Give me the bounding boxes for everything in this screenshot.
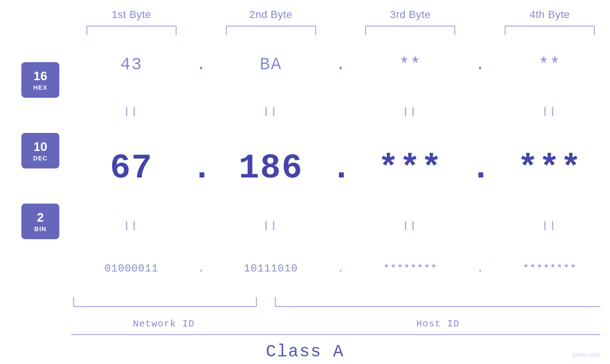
bin-dot2: . <box>331 263 350 275</box>
hex-byte4-value: ** <box>539 55 561 75</box>
bin-byte2-value: 10111010 <box>244 263 298 275</box>
hex-dot2: . <box>331 55 350 75</box>
hex-byte2-cell: BA <box>211 55 331 75</box>
hex-byte3-value: ** <box>399 55 422 75</box>
bracket-line-4 <box>505 26 595 35</box>
hex-byte2-value: BA <box>260 55 282 75</box>
bracket-line-1 <box>86 26 177 35</box>
bin-dot1: . <box>192 263 211 275</box>
equals-row-2: || || || || <box>71 218 610 233</box>
host-id-label: Host ID <box>275 318 601 329</box>
bracket-byte2 <box>211 26 331 35</box>
equals-2-b3: || <box>350 220 471 231</box>
equals-1-b4: || <box>489 106 610 117</box>
equals-row-1: || || || || <box>71 105 610 119</box>
dec-byte4-value: *** <box>517 149 582 188</box>
hex-row: 43 . BA . ** . ** <box>71 55 610 75</box>
bin-badge: 2 BIN <box>21 204 59 239</box>
dec-badge: 10 DEC <box>21 133 59 168</box>
hex-name: HEX <box>33 84 47 91</box>
bracket-byte1 <box>71 26 192 35</box>
equals-2-b4: || <box>489 220 610 231</box>
dec-number: 10 <box>34 140 47 154</box>
hex-byte1-cell: 43 <box>71 55 192 75</box>
content-area: 16 HEX 10 DEC 2 BIN 43 . BA <box>0 40 610 295</box>
dec-dot1: . <box>192 151 211 186</box>
bin-name: BIN <box>34 225 46 233</box>
labels-column: 16 HEX 10 DEC 2 BIN <box>9 40 71 295</box>
dec-dot2: . <box>331 151 350 186</box>
dec-byte2-cell: 186 <box>211 149 331 188</box>
bracket-byte4 <box>489 26 610 35</box>
hex-byte3-cell: ** <box>350 55 471 75</box>
bin-byte4-cell: ******** <box>489 263 610 275</box>
equals-1-b1: || <box>71 106 192 117</box>
bin-byte4-value: ******** <box>523 263 577 275</box>
bracket-line-2 <box>226 26 316 35</box>
equals-2-b1: || <box>71 220 192 231</box>
bin-dot3: . <box>470 263 489 275</box>
bin-byte2-cell: 10111010 <box>211 263 331 275</box>
id-labels-row: Network ID Host ID <box>71 318 601 329</box>
bottom-brackets-svg <box>71 295 601 318</box>
class-label: Class A <box>0 335 610 364</box>
bracket-byte3 <box>350 26 471 35</box>
dec-byte3-value: *** <box>378 149 443 188</box>
bottom-section: Network ID Host ID <box>0 295 610 329</box>
dec-byte3-cell: *** <box>350 149 471 188</box>
bin-byte1-cell: 01000011 <box>71 263 192 275</box>
hex-number: 16 <box>34 69 47 84</box>
watermark: ipshu.com <box>572 351 601 358</box>
dec-byte1-value: 67 <box>110 149 153 188</box>
dec-row: 67 . 186 . *** . *** <box>71 149 610 188</box>
bracket-line-3 <box>365 26 455 35</box>
equals-2-b2: || <box>211 220 331 231</box>
bin-row: 01000011 . 10111010 . ******** . *******… <box>71 263 610 275</box>
dec-byte4-cell: *** <box>489 149 610 188</box>
hex-dot1: . <box>192 55 211 75</box>
hex-byte1-value: 43 <box>120 55 142 75</box>
dec-dot3: . <box>470 151 489 186</box>
data-area: 43 . BA . ** . ** || || <box>71 40 610 295</box>
dec-name: DEC <box>33 155 47 162</box>
equals-1-b3: || <box>350 106 471 117</box>
network-id-label: Network ID <box>71 318 256 329</box>
bin-byte1-value: 01000011 <box>104 263 159 275</box>
byte1-label: 1st Byte <box>71 9 192 21</box>
bin-byte3-cell: ******** <box>350 263 471 275</box>
header-row: 1st Byte 2nd Byte 3rd Byte 4th Byte <box>0 0 610 21</box>
equals-1-b2: || <box>211 106 331 117</box>
top-brackets-row <box>0 26 610 35</box>
hex-byte4-cell: ** <box>489 55 610 75</box>
bin-number: 2 <box>37 210 44 225</box>
main-container: 1st Byte 2nd Byte 3rd Byte 4th Byte 16 <box>0 0 610 364</box>
bin-byte3-value: ******** <box>384 263 438 275</box>
byte4-label: 4th Byte <box>489 9 610 21</box>
byte3-label: 3rd Byte <box>350 9 471 21</box>
byte2-label: 2nd Byte <box>211 9 331 21</box>
hex-dot3: . <box>470 55 489 75</box>
dec-byte2-value: 186 <box>239 149 303 188</box>
dec-byte1-cell: 67 <box>71 149 192 188</box>
hex-badge: 16 HEX <box>21 62 59 98</box>
